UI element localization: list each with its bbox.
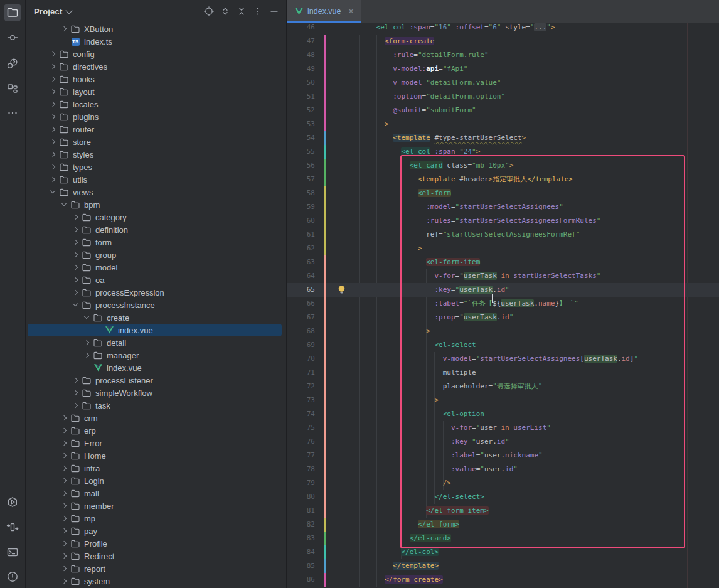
chevron-right-icon[interactable] <box>61 565 67 572</box>
line-number[interactable]: 47 <box>287 35 315 48</box>
code-line-51[interactable]: 51 :option="detailForm.option" <box>287 90 719 104</box>
code-line-49[interactable]: 49 v-model:api="fApi" <box>287 62 719 76</box>
line-number[interactable]: 52 <box>287 104 315 117</box>
commit-tool-button[interactable] <box>4 29 21 46</box>
chevron-right-icon[interactable] <box>72 402 78 409</box>
chevron-right-icon[interactable] <box>72 377 78 383</box>
tree-item-create[interactable]: create <box>26 311 287 324</box>
line-number[interactable]: 71 <box>287 366 315 380</box>
tab-index-vue[interactable]: index.vue ✕ <box>287 0 361 23</box>
chevron-right-icon[interactable] <box>61 503 67 509</box>
code-line-53[interactable]: 53 > <box>287 117 719 131</box>
line-number[interactable]: 81 <box>287 504 315 518</box>
tree-item-mp[interactable]: mp <box>26 512 287 525</box>
chevron-down-icon[interactable] <box>61 201 67 208</box>
tree-item-locales[interactable]: locales <box>26 98 287 110</box>
code-line-85[interactable]: 85 </template> <box>287 559 719 573</box>
chevron-right-icon[interactable] <box>61 415 67 421</box>
tree-item-store[interactable]: store <box>26 136 287 148</box>
line-number[interactable]: 51 <box>287 90 315 104</box>
chevron-right-icon[interactable] <box>61 490 67 496</box>
line-number[interactable]: 69 <box>287 338 315 352</box>
code-line-48[interactable]: 48 :rule="detailForm.rule" <box>287 48 719 62</box>
line-number[interactable]: 56 <box>287 159 315 173</box>
tree-item-utils[interactable]: utils <box>26 173 287 186</box>
chevron-down-icon[interactable] <box>83 314 90 321</box>
tree-item-processExpression[interactable]: processExpression <box>26 286 287 299</box>
line-number[interactable]: 65 <box>287 283 315 297</box>
chevron-down-icon[interactable] <box>72 302 78 308</box>
chevron-right-icon[interactable] <box>50 51 56 57</box>
line-number[interactable]: 49 <box>287 62 315 76</box>
project-panel-title[interactable]: Project <box>34 7 62 16</box>
chevron-down-icon[interactable] <box>50 189 56 195</box>
tree-item-layout[interactable]: layout <box>26 85 287 98</box>
chevron-right-icon[interactable] <box>50 126 56 132</box>
line-number[interactable]: 61 <box>287 228 315 242</box>
code-editor[interactable]: 46 <el-col :span="16" :offset="6" style=… <box>287 23 719 588</box>
tree-item-index-ts[interactable]: TSindex.ts <box>26 35 287 48</box>
more-options-icon[interactable] <box>253 6 263 16</box>
chevron-right-icon[interactable] <box>61 440 67 446</box>
chevron-right-icon[interactable] <box>61 427 67 434</box>
line-number[interactable]: 72 <box>287 380 315 393</box>
chevron-right-icon[interactable] <box>72 252 78 258</box>
collapse-all-icon[interactable] <box>237 6 247 16</box>
line-number[interactable]: 85 <box>287 559 315 573</box>
line-number[interactable]: 80 <box>287 490 315 504</box>
tree-item-member[interactable]: member <box>26 500 287 512</box>
line-number[interactable]: 48 <box>287 48 315 62</box>
line-number[interactable]: 70 <box>287 352 315 366</box>
more-tool-windows-button[interactable] <box>4 104 21 122</box>
tree-item-XButton[interactable]: XButton <box>26 23 287 35</box>
line-number[interactable]: 67 <box>287 311 315 324</box>
tree-item-Login[interactable]: Login <box>26 474 287 487</box>
tree-item-types[interactable]: types <box>26 161 287 173</box>
problems-tool-button[interactable] <box>4 568 21 585</box>
services-tool-button[interactable] <box>4 493 21 511</box>
line-number[interactable]: 53 <box>287 117 315 131</box>
tree-item-category[interactable]: category <box>26 211 287 223</box>
tree-item-group[interactable]: group <box>26 249 287 261</box>
tree-item-index-vue[interactable]: index.vue <box>26 361 287 374</box>
tree-item-Home[interactable]: Home <box>26 449 287 462</box>
line-number[interactable]: 60 <box>287 214 315 228</box>
tab-close-icon[interactable]: ✕ <box>348 7 354 16</box>
tree-item-config[interactable]: config <box>26 48 287 60</box>
line-number[interactable]: 50 <box>287 76 315 90</box>
code-line-52[interactable]: 52 @submit="submitForm" <box>287 104 719 117</box>
code-line-47[interactable]: 47 <form-create <box>287 35 719 48</box>
tree-item-Profile[interactable]: Profile <box>26 537 287 550</box>
line-number[interactable]: 83 <box>287 532 315 545</box>
line-number[interactable]: 62 <box>287 242 315 255</box>
project-tool-button[interactable] <box>4 4 21 21</box>
tree-item-Error[interactable]: Error <box>26 437 287 449</box>
code-line-54[interactable]: 54 <template #type-startUserSelect> <box>287 131 719 145</box>
chevron-right-icon[interactable] <box>50 139 56 145</box>
tree-item-crm[interactable]: crm <box>26 412 287 424</box>
line-number[interactable]: 54 <box>287 131 315 145</box>
tree-item-pay[interactable]: pay <box>26 525 287 537</box>
chevron-right-icon[interactable] <box>50 63 56 70</box>
chevron-right-icon[interactable] <box>50 176 56 183</box>
line-number[interactable]: 86 <box>287 573 315 587</box>
line-number[interactable]: 75 <box>287 421 315 435</box>
tree-item-Redirect[interactable]: Redirect <box>26 550 287 562</box>
tree-item-report[interactable]: report <box>26 562 287 575</box>
hide-panel-icon[interactable] <box>269 6 279 16</box>
tree-item-form[interactable]: form <box>26 236 287 249</box>
tree-item-simpleWorkflow[interactable]: simpleWorkflow <box>26 387 287 399</box>
tree-item-erp[interactable]: erp <box>26 424 287 437</box>
tree-item-hooks[interactable]: hooks <box>26 73 287 85</box>
chevron-right-icon[interactable] <box>61 452 67 459</box>
line-number[interactable]: 78 <box>287 462 315 476</box>
code-review-tool-button[interactable] <box>4 55 21 72</box>
chevron-right-icon[interactable] <box>72 214 78 220</box>
line-number[interactable]: 57 <box>287 173 315 186</box>
chevron-right-icon[interactable] <box>61 478 67 484</box>
line-number[interactable]: 55 <box>287 145 315 159</box>
chevron-right-icon[interactable] <box>50 76 56 82</box>
tree-item-styles[interactable]: styles <box>26 148 287 161</box>
tree-item-processInstance[interactable]: processInstance <box>26 299 287 311</box>
tree-item-processListener[interactable]: processListener <box>26 374 287 387</box>
